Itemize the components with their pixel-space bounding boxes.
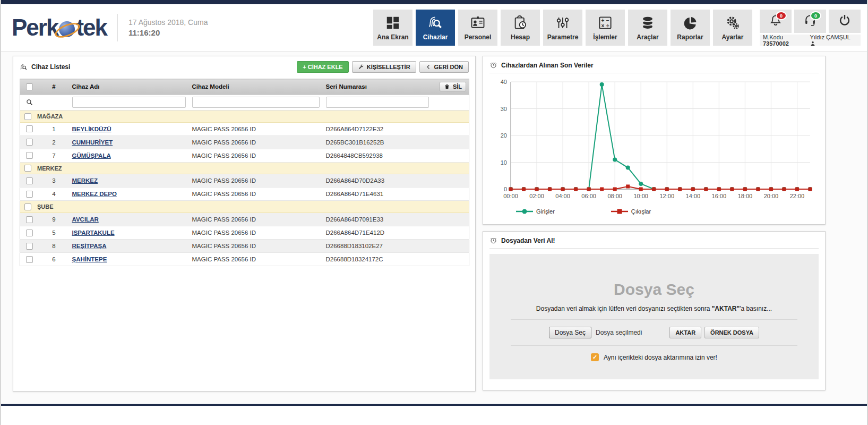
group-checkbox[interactable] bbox=[24, 113, 31, 120]
notification-group: 0 0 M.Kodu 73570002 Yıldız ÇAMŞUL bbox=[760, 10, 861, 46]
device-name-link[interactable]: ISPARTAKULE bbox=[72, 230, 115, 236]
row-checkbox[interactable] bbox=[26, 177, 33, 184]
device-name-link[interactable]: BEYLİKDÜZÜ bbox=[72, 126, 111, 132]
svg-text:30: 30 bbox=[501, 106, 507, 112]
chart-panel-divider bbox=[489, 73, 819, 73]
device-row: 3MERKEZMAGIC PASS 20656 IDD266A864D70D2A… bbox=[20, 174, 469, 188]
device-name-link[interactable]: CUMHURİYET bbox=[72, 139, 113, 146]
import-panel-header: Dosyadan Veri Al! bbox=[483, 232, 825, 248]
person-icon bbox=[810, 40, 816, 47]
filter-input-serial[interactable] bbox=[326, 97, 429, 108]
row-checkbox[interactable] bbox=[26, 216, 33, 223]
current-date: 17 Ağustos 2018, Cuma bbox=[128, 18, 208, 27]
nav-item-personel[interactable]: Personel bbox=[458, 10, 497, 46]
group-checkbox[interactable] bbox=[24, 165, 31, 172]
personalize-button[interactable]: KİŞİSELLEŞTİR bbox=[352, 61, 416, 73]
device-name-link[interactable]: AVCILAR bbox=[72, 216, 99, 223]
device-name-link[interactable]: GÜMÜŞPALA bbox=[72, 152, 111, 159]
back-button[interactable]: GERİ DÖN bbox=[419, 61, 469, 73]
support-badge: 0 bbox=[810, 11, 821, 20]
svg-text:18:00: 18:00 bbox=[738, 193, 753, 199]
row-checkbox[interactable] bbox=[26, 125, 33, 132]
group-name: ŞUBE bbox=[37, 203, 54, 210]
user-bar: M.Kodu 73570002 Yıldız ÇAMŞUL bbox=[760, 35, 861, 46]
group-checkbox[interactable] bbox=[24, 203, 31, 210]
row-checkbox[interactable] bbox=[26, 243, 33, 250]
logout-button[interactable] bbox=[829, 10, 861, 33]
device-row: 4MERKEZ DEPOMAGIC PASS 20656 IDD266A864D… bbox=[20, 188, 469, 201]
nav-item-hesap[interactable]: Hesap bbox=[501, 10, 540, 46]
support-button[interactable]: 0 bbox=[794, 10, 826, 33]
device-serial: D265BC301B16252B bbox=[323, 135, 432, 149]
device-model: MAGIC PASS 20656 ID bbox=[189, 174, 323, 188]
device-number: 1 bbox=[39, 122, 69, 135]
svg-text:22:00: 22:00 bbox=[790, 193, 805, 199]
device-serial: D26688D183102E27 bbox=[323, 239, 432, 252]
nav-item-parametre[interactable]: Parametre bbox=[543, 10, 582, 46]
delete-button[interactable]: SİL bbox=[440, 82, 466, 91]
filter-input-model[interactable] bbox=[192, 97, 320, 108]
nav-item-raporlar[interactable]: Raporlar bbox=[671, 10, 710, 46]
back-label: GERİ DÖN bbox=[434, 64, 463, 70]
select-all-checkbox[interactable] bbox=[26, 83, 33, 90]
notification-badge: 0 bbox=[776, 11, 787, 20]
nav-item-islemler[interactable]: +−×÷İşlemler bbox=[586, 10, 625, 46]
legend-item[interactable]: Girişler bbox=[516, 208, 555, 215]
database-icon bbox=[640, 15, 656, 31]
calculator-icon: +−×÷ bbox=[597, 15, 613, 31]
chart-panel-title: Cihazlardan Alınan Son Veriler bbox=[501, 62, 594, 69]
device-panel-buttons: + CİHAZ EKLE KİŞİSELLEŞTİR GERİ DÖN bbox=[297, 61, 469, 73]
legend-item[interactable]: Çıkışlar bbox=[611, 208, 651, 215]
add-device-button[interactable]: + CİHAZ EKLE bbox=[297, 61, 348, 73]
trash-icon bbox=[444, 83, 450, 90]
svg-text:04:00: 04:00 bbox=[555, 193, 570, 199]
row-checkbox[interactable] bbox=[26, 256, 33, 263]
machine-code-label: M.Kodu bbox=[763, 34, 783, 40]
top-strip bbox=[1, 0, 867, 4]
chart-panel: Cihazlardan Alınan Son Veriler 00:0002:0… bbox=[483, 56, 826, 225]
instruction-prefix: Dosyadan veri almak için lütfen veri dos… bbox=[536, 305, 712, 312]
no-file-text: Dosya seçilmedi bbox=[596, 329, 642, 336]
device-row: 7GÜMÜŞPALAMAGIC PASS 20656 IDD2664848CB5… bbox=[20, 149, 469, 162]
svg-text:06:00: 06:00 bbox=[581, 193, 596, 199]
header-divider bbox=[117, 14, 118, 41]
choose-file-button[interactable]: Dosya Seç bbox=[549, 327, 591, 338]
user-info[interactable]: Yıldız ÇAMŞUL bbox=[810, 34, 857, 47]
file-drop-area: Dosya Seç Dosyadan veri almak için lütfe… bbox=[489, 254, 819, 379]
row-checkbox[interactable] bbox=[26, 230, 33, 236]
device-number: 6 bbox=[39, 252, 69, 266]
device-model: MAGIC PASS 20656 ID bbox=[189, 239, 323, 252]
import-panel-title: Dosyadan Veri Al! bbox=[501, 237, 555, 244]
import-action-buttons: AKTAR ÖRNEK DOSYA bbox=[669, 327, 759, 338]
nav-item-ayarlar[interactable]: Ayarlar bbox=[713, 10, 752, 46]
notifications-button[interactable]: 0 bbox=[760, 10, 792, 33]
device-name-link[interactable]: ŞAHİNTEPE bbox=[72, 256, 107, 262]
svg-text:00:00: 00:00 bbox=[503, 193, 518, 199]
allow-duplicate-label: Aynı içerikteki dosya aktarımına izin ve… bbox=[604, 354, 717, 361]
nav-item-ana-ekran[interactable]: Ana Ekran bbox=[373, 10, 412, 46]
import-panel: Dosyadan Veri Al! Dosya Seç Dosyadan ver… bbox=[483, 231, 826, 390]
device-number: 9 bbox=[39, 212, 69, 226]
nav-item-cihazlar[interactable]: Cihazlar bbox=[416, 10, 455, 46]
device-row: 6ŞAHİNTEPEMAGIC PASS 20656 IDD26688D1832… bbox=[20, 252, 469, 266]
nav-label: Parametre bbox=[547, 33, 579, 41]
column-serial-number: Seri Numarası bbox=[323, 79, 432, 95]
device-model: MAGIC PASS 20656 ID bbox=[189, 252, 323, 266]
allow-duplicate-checkbox[interactable]: ✓ bbox=[591, 353, 599, 361]
row-checkbox[interactable] bbox=[26, 152, 33, 159]
row-checkbox[interactable] bbox=[26, 139, 33, 146]
device-model: MAGIC PASS 20656 ID bbox=[189, 212, 323, 226]
row-checkbox[interactable] bbox=[26, 191, 33, 198]
device-name-link[interactable]: REŞİTPAŞA bbox=[72, 243, 107, 249]
logo-text-right: tek bbox=[76, 16, 107, 39]
nav-item-araclar[interactable]: Araçlar bbox=[628, 10, 667, 46]
wrench-icon bbox=[358, 64, 364, 70]
device-serial: D266A864D71E4631 bbox=[323, 188, 432, 201]
main-nav: Ana EkranCihazlarPersonelHesapParametre+… bbox=[373, 10, 752, 46]
transfer-button[interactable]: AKTAR bbox=[669, 327, 701, 338]
last-data-chart: 00:0002:0004:0006:0008:0010:0012:0014:00… bbox=[486, 74, 817, 207]
device-name-link[interactable]: MERKEZ DEPO bbox=[72, 191, 117, 197]
sample-file-button[interactable]: ÖRNEK DOSYA bbox=[704, 327, 759, 338]
filter-input-name[interactable] bbox=[72, 97, 186, 108]
device-name-link[interactable]: MERKEZ bbox=[72, 177, 98, 184]
